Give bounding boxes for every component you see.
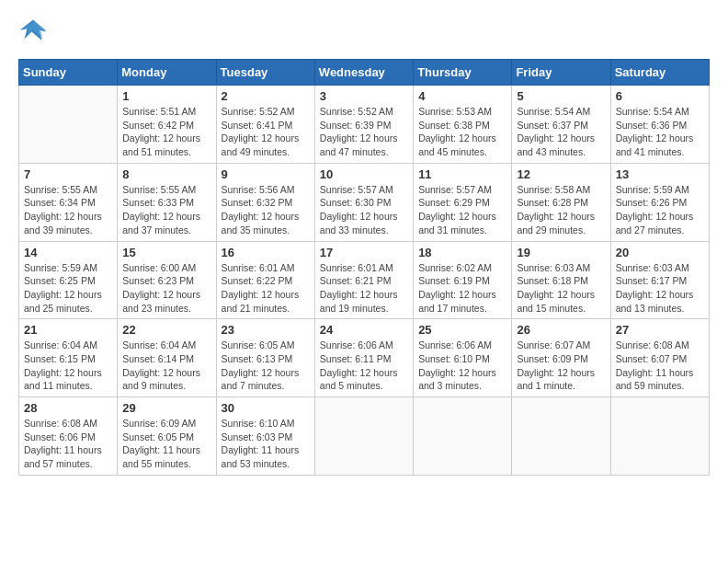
day-number: 8	[122, 167, 210, 181]
logo-icon	[18, 18, 48, 44]
day-number: 19	[517, 246, 605, 259]
calendar-cell: 24Sunrise: 6:06 AMSunset: 6:11 PMDayligh…	[314, 319, 413, 397]
calendar-cell: 29Sunrise: 6:09 AMSunset: 6:05 PMDayligh…	[118, 397, 216, 476]
day-info: Sunrise: 5:57 AMSunset: 6:30 PMDaylight:…	[320, 183, 408, 237]
calendar-cell: 26Sunrise: 6:07 AMSunset: 6:09 PMDayligh…	[512, 319, 610, 397]
calendar-cell: 12Sunrise: 5:58 AMSunset: 6:28 PMDayligh…	[512, 163, 610, 241]
day-number: 26	[517, 323, 605, 337]
calendar-cell: 30Sunrise: 6:10 AMSunset: 6:03 PMDayligh…	[216, 397, 314, 476]
calendar-cell: 6Sunrise: 5:54 AMSunset: 6:36 PMDaylight…	[610, 86, 709, 164]
calendar-cell: 17Sunrise: 6:01 AMSunset: 6:21 PMDayligh…	[314, 241, 413, 319]
weekday-header: Friday	[512, 60, 610, 86]
calendar-cell: 11Sunrise: 5:57 AMSunset: 6:29 PMDayligh…	[414, 163, 512, 241]
calendar-cell	[610, 397, 709, 476]
calendar-cell: 8Sunrise: 5:55 AMSunset: 6:33 PMDaylight…	[118, 163, 216, 241]
day-info: Sunrise: 5:51 AMSunset: 6:42 PMDaylight:…	[122, 105, 210, 159]
calendar-cell: 1Sunrise: 5:51 AMSunset: 6:42 PMDaylight…	[118, 86, 216, 164]
calendar-cell: 5Sunrise: 5:54 AMSunset: 6:37 PMDaylight…	[512, 86, 610, 164]
day-number: 16	[222, 246, 310, 259]
calendar-cell: 19Sunrise: 6:03 AMSunset: 6:18 PMDayligh…	[512, 241, 610, 319]
day-info: Sunrise: 6:03 AMSunset: 6:18 PMDaylight:…	[517, 261, 605, 316]
calendar-cell: 20Sunrise: 6:03 AMSunset: 6:17 PMDayligh…	[610, 241, 709, 319]
day-info: Sunrise: 6:09 AMSunset: 6:05 PMDaylight:…	[122, 417, 210, 471]
day-info: Sunrise: 5:59 AMSunset: 6:26 PMDaylight:…	[616, 183, 704, 237]
day-info: Sunrise: 6:04 AMSunset: 6:15 PMDaylight:…	[24, 339, 112, 393]
day-info: Sunrise: 5:58 AMSunset: 6:28 PMDaylight:…	[517, 183, 605, 237]
day-number: 30	[222, 401, 310, 415]
day-number: 13	[616, 167, 704, 181]
logo	[18, 18, 51, 44]
calendar-cell: 3Sunrise: 5:52 AMSunset: 6:39 PMDaylight…	[314, 86, 413, 164]
day-info: Sunrise: 5:55 AMSunset: 6:34 PMDaylight:…	[24, 183, 112, 237]
day-info: Sunrise: 6:08 AMSunset: 6:07 PMDaylight:…	[616, 339, 704, 393]
calendar-week-row: 28Sunrise: 6:08 AMSunset: 6:06 PMDayligh…	[19, 397, 710, 476]
day-info: Sunrise: 6:03 AMSunset: 6:17 PMDaylight:…	[616, 261, 704, 316]
day-info: Sunrise: 5:57 AMSunset: 6:29 PMDaylight:…	[418, 183, 506, 237]
calendar-cell: 2Sunrise: 5:52 AMSunset: 6:41 PMDaylight…	[216, 86, 314, 164]
page-header	[18, 18, 710, 44]
day-number: 10	[320, 167, 408, 181]
weekday-header: Tuesday	[216, 60, 314, 86]
day-number: 21	[24, 323, 112, 337]
day-number: 18	[418, 246, 506, 259]
calendar-cell: 22Sunrise: 6:04 AMSunset: 6:14 PMDayligh…	[118, 319, 216, 397]
day-number: 14	[24, 246, 112, 259]
day-number: 7	[24, 167, 112, 181]
day-number: 17	[320, 246, 408, 259]
day-number: 24	[320, 323, 408, 337]
day-info: Sunrise: 6:06 AMSunset: 6:10 PMDaylight:…	[418, 339, 506, 393]
calendar-week-row: 14Sunrise: 5:59 AMSunset: 6:25 PMDayligh…	[19, 241, 710, 319]
calendar-cell: 15Sunrise: 6:00 AMSunset: 6:23 PMDayligh…	[118, 241, 216, 319]
day-info: Sunrise: 6:04 AMSunset: 6:14 PMDaylight:…	[122, 339, 210, 393]
calendar-cell: 18Sunrise: 6:02 AMSunset: 6:19 PMDayligh…	[414, 241, 512, 319]
day-info: Sunrise: 6:07 AMSunset: 6:09 PMDaylight:…	[517, 339, 605, 393]
day-info: Sunrise: 6:08 AMSunset: 6:06 PMDaylight:…	[24, 417, 112, 471]
day-number: 27	[616, 323, 704, 337]
day-info: Sunrise: 5:54 AMSunset: 6:37 PMDaylight:…	[517, 105, 605, 159]
day-info: Sunrise: 5:53 AMSunset: 6:38 PMDaylight:…	[418, 105, 506, 159]
calendar-cell: 28Sunrise: 6:08 AMSunset: 6:06 PMDayligh…	[19, 397, 118, 476]
day-info: Sunrise: 6:05 AMSunset: 6:13 PMDaylight:…	[222, 339, 310, 393]
calendar-cell: 16Sunrise: 6:01 AMSunset: 6:22 PMDayligh…	[216, 241, 314, 319]
day-info: Sunrise: 6:00 AMSunset: 6:23 PMDaylight:…	[122, 261, 210, 316]
weekday-header: Saturday	[610, 60, 709, 86]
day-info: Sunrise: 5:54 AMSunset: 6:36 PMDaylight:…	[616, 105, 704, 159]
day-number: 29	[122, 401, 210, 415]
day-number: 23	[222, 323, 310, 337]
day-number: 6	[616, 89, 704, 103]
day-number: 3	[320, 89, 408, 103]
calendar-cell: 27Sunrise: 6:08 AMSunset: 6:07 PMDayligh…	[610, 319, 709, 397]
day-number: 22	[122, 323, 210, 337]
calendar-cell: 23Sunrise: 6:05 AMSunset: 6:13 PMDayligh…	[216, 319, 314, 397]
day-number: 11	[418, 167, 506, 181]
day-number: 1	[122, 89, 210, 103]
calendar-cell: 21Sunrise: 6:04 AMSunset: 6:15 PMDayligh…	[19, 319, 118, 397]
day-number: 4	[418, 89, 506, 103]
calendar-table: SundayMondayTuesdayWednesdayThursdayFrid…	[18, 59, 710, 476]
day-number: 9	[222, 167, 310, 181]
day-info: Sunrise: 6:06 AMSunset: 6:11 PMDaylight:…	[320, 339, 408, 393]
weekday-header: Thursday	[414, 60, 512, 86]
calendar-cell	[414, 397, 512, 476]
calendar-cell: 9Sunrise: 5:56 AMSunset: 6:32 PMDaylight…	[216, 163, 314, 241]
calendar-week-row: 1Sunrise: 5:51 AMSunset: 6:42 PMDaylight…	[19, 86, 710, 164]
day-number: 12	[517, 167, 605, 181]
calendar-week-row: 7Sunrise: 5:55 AMSunset: 6:34 PMDaylight…	[19, 163, 710, 241]
day-info: Sunrise: 5:59 AMSunset: 6:25 PMDaylight:…	[24, 261, 112, 316]
day-info: Sunrise: 5:52 AMSunset: 6:41 PMDaylight:…	[222, 105, 310, 159]
day-info: Sunrise: 5:55 AMSunset: 6:33 PMDaylight:…	[122, 183, 210, 237]
day-number: 20	[616, 246, 704, 259]
day-number: 2	[222, 89, 310, 103]
day-info: Sunrise: 5:56 AMSunset: 6:32 PMDaylight:…	[222, 183, 310, 237]
day-info: Sunrise: 6:02 AMSunset: 6:19 PMDaylight:…	[418, 261, 506, 316]
calendar-cell	[314, 397, 413, 476]
day-number: 28	[24, 401, 112, 415]
day-info: Sunrise: 5:52 AMSunset: 6:39 PMDaylight:…	[320, 105, 408, 159]
calendar-cell: 14Sunrise: 5:59 AMSunset: 6:25 PMDayligh…	[19, 241, 118, 319]
weekday-header-row: SundayMondayTuesdayWednesdayThursdayFrid…	[19, 60, 710, 86]
day-info: Sunrise: 6:01 AMSunset: 6:21 PMDaylight:…	[320, 261, 408, 316]
day-number: 5	[517, 89, 605, 103]
calendar-cell	[19, 86, 118, 164]
weekday-header: Sunday	[19, 60, 118, 86]
calendar-cell: 25Sunrise: 6:06 AMSunset: 6:10 PMDayligh…	[414, 319, 512, 397]
